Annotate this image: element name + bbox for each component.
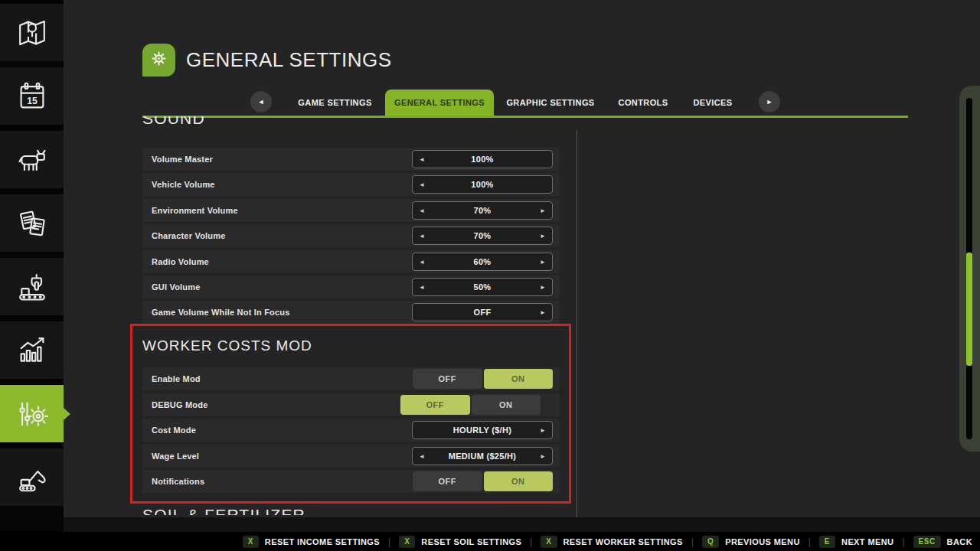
hotkey-label: NEXT MENU <box>841 537 893 546</box>
tab-graphic-settings[interactable]: GRAPHIC SETTINGS <box>504 90 597 116</box>
setting-row: Cost ModeHOURLY ($/H)► <box>142 419 560 442</box>
hotkey-reset-income-settings[interactable]: XRESET INCOME SETTINGS <box>243 536 380 548</box>
chevron-right-icon: ► <box>766 98 773 106</box>
decrease-arrow-icon[interactable]: ◄ <box>419 156 425 163</box>
increase-arrow-icon[interactable]: ► <box>540 427 546 434</box>
setting-row: Vehicle Volume◄100% <box>142 173 560 196</box>
hotkey-label: RESET INCOME SETTINGS <box>265 537 380 546</box>
tab-devices[interactable]: DEVICES <box>685 90 740 116</box>
increase-arrow-icon[interactable]: ► <box>540 453 546 460</box>
key-badge: Q <box>702 536 719 548</box>
sidebar-item-calendar[interactable]: 15 <box>0 67 64 125</box>
value-stepper[interactable]: ◄MEDIUM ($25/H)► <box>412 447 553 465</box>
value-stepper[interactable]: HOURLY ($/H)► <box>412 421 553 439</box>
setting-value: 70% <box>474 206 492 215</box>
setting-value: HOURLY ($/H) <box>453 425 511 435</box>
value-stepper[interactable]: OFF► <box>412 303 553 321</box>
increase-arrow-icon[interactable]: ► <box>540 233 546 240</box>
toggle-on-button[interactable]: ON <box>472 395 541 415</box>
key-badge: X <box>399 536 415 548</box>
setting-label: Environment Volume <box>152 199 238 222</box>
hotkey-separator: | <box>691 536 694 547</box>
setting-row: Volume Master◄100% <box>142 148 560 171</box>
toggle-switch: OFFON <box>413 369 553 389</box>
decrease-arrow-icon[interactable]: ◄ <box>419 453 425 460</box>
hotkey-label: BACK <box>947 537 972 546</box>
setting-label: Cost Mode <box>152 419 196 442</box>
setting-row: Enable ModOFFON <box>142 367 560 390</box>
setting-label: Volume Master <box>152 148 213 171</box>
tabs-prev-button[interactable]: ◄ <box>250 91 272 112</box>
value-stepper[interactable]: ◄50%► <box>412 278 553 296</box>
setting-value: 100% <box>471 155 493 164</box>
toggle-switch: OFFON <box>413 471 553 491</box>
hotkey-reset-soil-settings[interactable]: XRESET SOIL SETTINGS <box>399 536 521 548</box>
toggle-off-button[interactable]: OFF <box>413 471 482 491</box>
hotkey-next-menu[interactable]: ENEXT MENU <box>819 536 894 548</box>
edge-scroll-thumb[interactable] <box>966 253 972 366</box>
section-heading-sound: SOUND <box>142 116 341 132</box>
increase-arrow-icon[interactable]: ► <box>540 284 546 291</box>
sidebar-item-animals[interactable] <box>0 131 64 188</box>
animals-icon <box>15 142 50 178</box>
setting-value: MEDIUM ($25/H) <box>449 452 517 461</box>
setting-label: Wage Level <box>152 445 199 468</box>
toggle-on-button[interactable]: ON <box>484 471 554 491</box>
setting-row: Wage Level◄MEDIUM ($25/H)► <box>142 445 560 468</box>
toggle-off-button[interactable]: OFF <box>413 369 482 389</box>
tabs-next-button[interactable]: ► <box>759 91 780 112</box>
toggle-on-button[interactable]: ON <box>484 369 554 389</box>
sidebar-item-map[interactable] <box>0 4 64 61</box>
decrease-arrow-icon[interactable]: ◄ <box>419 284 425 291</box>
sidebar-item-production[interactable] <box>0 258 64 315</box>
setting-label: Radio Volume <box>152 250 209 273</box>
sidebar-item-statistics[interactable] <box>0 321 64 379</box>
setting-value: OFF <box>474 308 492 317</box>
tab-general-settings[interactable]: GENERAL SETTINGS <box>385 90 494 116</box>
setting-label: Enable Mod <box>152 367 201 390</box>
key-badge: E <box>819 536 835 548</box>
hotkey-back[interactable]: ESCBACK <box>913 536 972 548</box>
setting-row: DEBUG ModeOFFON <box>142 393 560 416</box>
sidebar-item-settings[interactable] <box>0 385 64 442</box>
decrease-arrow-icon[interactable]: ◄ <box>419 207 425 214</box>
setting-row: GUI Volume◄50%► <box>142 276 560 298</box>
production-icon <box>15 269 50 305</box>
chevron-left-icon: ◄ <box>258 98 265 106</box>
calendar-icon: 15 <box>15 79 50 114</box>
value-stepper[interactable]: ◄70%► <box>412 227 553 245</box>
contracts-icon <box>15 206 50 241</box>
increase-arrow-icon[interactable]: ► <box>540 259 546 266</box>
content-scrollbar[interactable] <box>577 130 577 528</box>
toggle-off-button[interactable]: OFF <box>400 395 470 415</box>
sidebar-item-construction[interactable] <box>0 448 64 506</box>
value-stepper[interactable]: ◄100% <box>412 175 553 194</box>
decrease-arrow-icon[interactable]: ◄ <box>419 181 425 188</box>
decrease-arrow-icon[interactable]: ◄ <box>419 259 425 266</box>
setting-value: 60% <box>474 257 492 266</box>
section-heading-soil: SOIL & FERTILIZER <box>142 506 387 515</box>
increase-arrow-icon[interactable]: ► <box>540 207 546 214</box>
setting-value: 100% <box>471 180 493 189</box>
sidebar-item-contracts[interactable] <box>0 194 64 252</box>
hotkey-separator: | <box>808 536 811 547</box>
value-stepper[interactable]: ◄100% <box>412 150 553 168</box>
edge-scroll-track[interactable] <box>966 98 972 439</box>
setting-row: Character Volume◄70%► <box>142 224 560 247</box>
hotkey-reset-worker-settings[interactable]: XRESET WORKER SETTINGS <box>541 536 682 548</box>
hotkey-separator: | <box>388 536 390 547</box>
decrease-arrow-icon[interactable]: ◄ <box>419 233 425 240</box>
tab-controls[interactable]: CONTROLS <box>612 90 674 116</box>
map-icon <box>15 15 50 51</box>
key-badge: X <box>541 536 557 548</box>
tab-game-settings[interactable]: GAME SETTINGS <box>295 90 375 116</box>
value-stepper[interactable]: ◄60%► <box>412 253 553 271</box>
edge-scroll-widget[interactable] <box>959 86 980 452</box>
hotkey-label: RESET SOIL SETTINGS <box>421 537 521 546</box>
setting-value: 70% <box>474 231 492 240</box>
value-stepper[interactable]: ◄70%► <box>412 201 553 220</box>
construction-icon <box>15 460 50 495</box>
increase-arrow-icon[interactable]: ► <box>540 309 546 316</box>
setting-label: GUI Volume <box>152 276 201 298</box>
hotkey-previous-menu[interactable]: QPREVIOUS MENU <box>702 536 800 548</box>
